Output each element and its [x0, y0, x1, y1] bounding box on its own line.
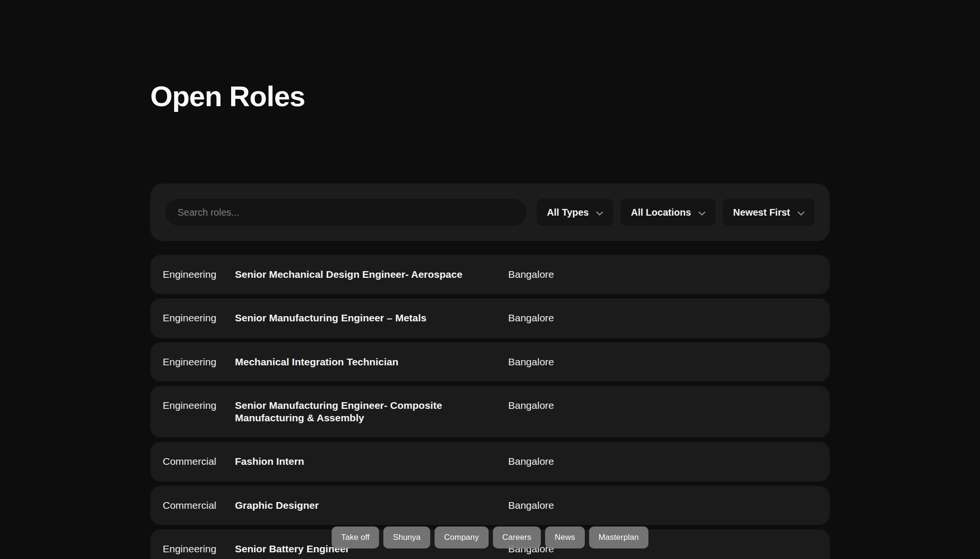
- job-location: Bangalore: [508, 268, 554, 281]
- chevron-down-icon: [699, 207, 705, 218]
- job-department: Commercial: [163, 455, 235, 468]
- job-location: Bangalore: [508, 312, 554, 324]
- page-title: Open Roles: [150, 82, 830, 111]
- job-row[interactable]: Commercial Fashion Intern Bangalore: [150, 442, 830, 481]
- job-location: Bangalore: [508, 499, 554, 512]
- type-filter-label: All Types: [547, 207, 589, 218]
- chevron-down-icon: [596, 207, 603, 218]
- nav-item-careers[interactable]: Careers: [493, 526, 541, 548]
- job-row[interactable]: Engineering Senior Manufacturing Enginee…: [150, 298, 830, 338]
- search-input[interactable]: [165, 198, 527, 227]
- job-department: Engineering: [163, 312, 235, 324]
- sort-filter-dropdown[interactable]: Newest First: [722, 198, 815, 227]
- job-location: Bangalore: [508, 356, 554, 368]
- nav-item-take-off[interactable]: Take off: [332, 526, 379, 548]
- job-department: Engineering: [163, 543, 235, 555]
- job-location: Bangalore: [508, 399, 554, 412]
- careers-page: Open Roles All Types All Locations Newes…: [150, 0, 830, 559]
- type-filter-dropdown[interactable]: All Types: [536, 198, 614, 227]
- job-department: Engineering: [163, 399, 235, 412]
- job-department: Engineering: [163, 356, 235, 368]
- nav-item-company[interactable]: Company: [434, 526, 489, 548]
- nav-item-shunya[interactable]: Shunya: [383, 526, 430, 548]
- nav-item-news[interactable]: News: [545, 526, 585, 548]
- location-filter-dropdown[interactable]: All Locations: [620, 198, 716, 227]
- job-title: Senior Mechanical Design Engineer- Aeros…: [235, 268, 508, 281]
- location-filter-label: All Locations: [631, 207, 691, 218]
- job-row[interactable]: Engineering Senior Mechanical Design Eng…: [150, 255, 830, 294]
- chevron-down-icon: [798, 207, 804, 218]
- job-location: Bangalore: [508, 455, 554, 468]
- job-title: Senior Manufacturing Engineer – Metals: [235, 312, 508, 324]
- filter-bar: All Types All Locations Newest First: [150, 184, 830, 241]
- sort-filter-label: Newest First: [733, 207, 790, 218]
- nav-item-masterplan[interactable]: Masterplan: [589, 526, 648, 548]
- job-department: Engineering: [163, 268, 235, 281]
- job-row[interactable]: Commercial Graphic Designer Bangalore: [150, 486, 830, 525]
- job-row[interactable]: Engineering Mechanical Integration Techn…: [150, 342, 830, 382]
- job-list: Engineering Senior Mechanical Design Eng…: [150, 255, 830, 559]
- job-title: Senior Manufacturing Engineer- Composite…: [235, 399, 508, 425]
- bottom-nav: Take off Shunya Company Careers News Mas…: [332, 526, 648, 548]
- job-title: Graphic Designer: [235, 499, 508, 512]
- job-department: Commercial: [163, 499, 235, 512]
- job-row[interactable]: Engineering Senior Manufacturing Enginee…: [150, 386, 830, 438]
- job-title: Fashion Intern: [235, 455, 508, 468]
- job-title: Mechanical Integration Technician: [235, 356, 508, 368]
